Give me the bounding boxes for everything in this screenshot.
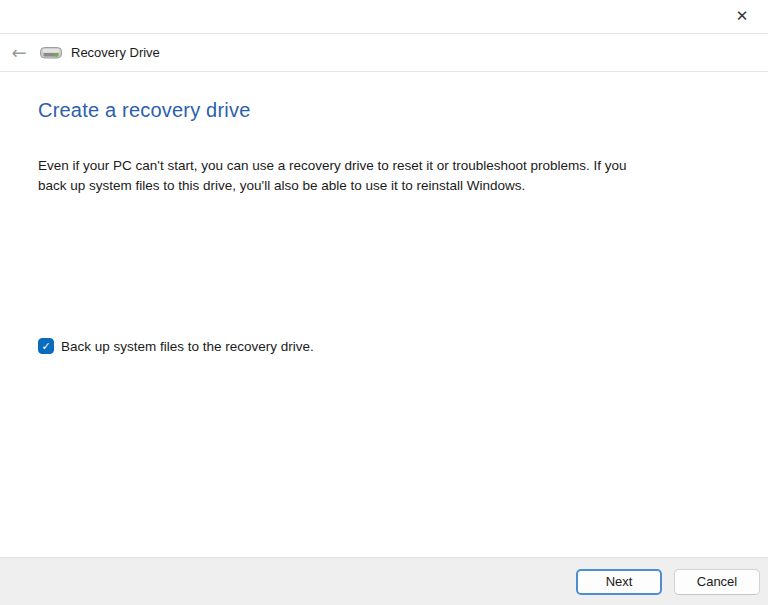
- checkmark-icon: ✓: [41, 341, 50, 352]
- wizard-header: ← Recovery Drive: [0, 33, 768, 72]
- description-text: Even if your PC can't start, you can use…: [38, 156, 642, 196]
- checkbox-checked[interactable]: ✓: [38, 338, 54, 354]
- cancel-button[interactable]: Cancel: [674, 569, 760, 595]
- close-button[interactable]: ✕: [721, 2, 763, 30]
- wizard-footer: Next Cancel: [0, 557, 768, 605]
- window-title: Recovery Drive: [71, 45, 160, 60]
- recovery-drive-window: ✕ ← Recovery Drive Create a recovery dri…: [0, 0, 768, 605]
- page-title: Create a recovery drive: [38, 99, 250, 122]
- next-button[interactable]: Next: [576, 569, 662, 595]
- close-icon: ✕: [736, 9, 749, 24]
- recovery-drive-icon: [40, 45, 62, 60]
- back-arrow-icon: ←: [11, 44, 26, 62]
- checkbox-label: Back up system files to the recovery dri…: [61, 339, 314, 354]
- backup-system-files-checkbox-row[interactable]: ✓ Back up system files to the recovery d…: [38, 338, 314, 354]
- wizard-content: Create a recovery drive Even if your PC …: [0, 73, 768, 557]
- back-button[interactable]: ←: [5, 38, 33, 68]
- title-bar: ✕: [0, 0, 768, 33]
